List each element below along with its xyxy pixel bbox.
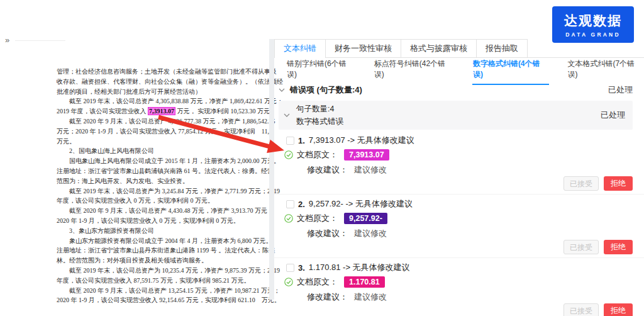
error-item: 1. 7,3913.07 -> 无具体修改建议 文档原文： 7,3913.07 … xyxy=(274,131,644,195)
error-section-title: 错误项 (句子数量:4) xyxy=(290,84,362,96)
original-text-label: 文档原文： xyxy=(297,276,338,288)
divider xyxy=(15,40,65,41)
document-text: 2019 年度，该公司实现营业收入 xyxy=(57,108,148,115)
document-line: 2、国电象山海上风电有限公司 xyxy=(57,146,265,156)
processed-status: 已处理 xyxy=(601,110,625,121)
item-checkbox[interactable] xyxy=(286,200,294,208)
suggestion-label: 修改建议： xyxy=(307,164,348,174)
subtab-number-format-errors[interactable]: 数字格式纠错(4个错误) xyxy=(472,54,550,85)
item-title-text: 1.170.81 -> 无具体修改建议 xyxy=(309,262,410,273)
item-index: 1. xyxy=(298,136,305,145)
document-line: 管理；社会经济信息咨询服务；土地开发（未经金融等监管部门批准不得从事吸 xyxy=(57,67,265,77)
document-line: 象山东方能源投资有限公司成立于 2004 年 4 月，注册资本为 6,800 万… xyxy=(57,236,265,246)
document-line-highlighted: 2019 年度，该公司实现营业收入 7,3913.07 万元， 实现净利润 10… xyxy=(57,106,265,116)
panel-divider[interactable] xyxy=(269,39,274,300)
suggestion-value: 建议修改 xyxy=(354,291,387,302)
document-line: 2020 年 1-9 月，该公司实现营业收入 92,154.65 万元，实现净利… xyxy=(57,295,265,305)
document-page: 管理；社会经济信息咨询服务；土地开发（未经金融等监管部门批准不得从事吸 收存款、… xyxy=(57,67,265,305)
review-panel: 达观数据 DATA GRAND 文本纠错 财务一致性审核 格式与披露审核 报告抽… xyxy=(274,0,644,316)
item-index: 3. xyxy=(298,263,305,273)
item-checkbox[interactable] xyxy=(286,264,294,272)
subtab-punctuation-errors[interactable]: 标点符号纠错(42个错误) xyxy=(374,54,455,85)
document-line: 注册地址：浙江省宁波市象山县丹东街道象山港路 1199 号 。法定代表人：陈佳 xyxy=(57,245,265,256)
error-list-panel: 错误项 (句子数量:4) 已处理 句子数量:4 数字格式错误 已处理 1. 7, xyxy=(274,82,644,316)
error-item: 2. 9,257.92- -> 无具体修改建议 文档原文： 9,257.92- … xyxy=(274,195,644,258)
logo-title: 达观数据 xyxy=(564,12,622,30)
group-sentence-count: 句子数量:4 xyxy=(296,104,343,115)
accepted-button[interactable]: 已接受 xyxy=(564,240,599,254)
error-items-list: 1. 7,3913.07 -> 无具体修改建议 文档原文： 7,3913.07 … xyxy=(274,131,644,316)
document-line: 收存款、融资担保、代客理财、向社会公众集（融）资等金融业务）。（依法须经 xyxy=(57,77,265,87)
error-item: 3. 1.170.81 -> 无具体修改建议 文档原文： 1.170.81 修改… xyxy=(274,258,644,316)
suggestion-value: 建议修改 xyxy=(354,164,387,174)
original-text-tag: 7,3913.07 xyxy=(344,149,389,161)
logo-subtitle: DATA GRAND xyxy=(565,31,621,38)
reject-button[interactable]: 拒绝 xyxy=(604,176,633,191)
chevron-down-icon[interactable] xyxy=(284,113,290,117)
accepted-button[interactable]: 已接受 xyxy=(564,303,599,316)
error-group-header[interactable]: 句子数量:4 数字格式错误 已处理 xyxy=(279,101,633,130)
item-title-text: 7,3913.07 -> 无具体修改建议 xyxy=(309,135,414,146)
original-text-label: 文档原文： xyxy=(297,149,338,161)
reject-button[interactable]: 拒绝 xyxy=(604,240,633,254)
document-text: 万元， 实现净利润 10,523.30 万元。 xyxy=(175,108,276,115)
app-window: » 管理；社会经济信息咨询服务；土地开发（未经金融等监管部门批准不得从事吸 收存… xyxy=(0,0,644,316)
document-line: 林。经营范围为：对外项目投资及相关领域咨询服务。 xyxy=(57,256,265,266)
document-line: 截至 2020 年 9 月末，该公司总资产 13,254.15 万元，净资产 1… xyxy=(57,286,265,296)
suggestion-label: 修改建议： xyxy=(307,228,348,238)
document-line: 截至 2019 年末，该公司总资产为 3,245.84 万元，净资产 2,771… xyxy=(57,186,265,196)
suggestion-value: 建议修改 xyxy=(354,228,387,238)
document-line: 注册地址：浙江省宁波市象山县鹤浦镇兴南路 61 号。法定代表人：徐勇。经营 xyxy=(57,166,265,176)
document-line: 国电象山海上风电有限公司成立于 2015 年 1 月，注册资本为 2,000.0… xyxy=(57,156,265,166)
processed-check-icon[interactable] xyxy=(284,278,293,286)
document-line: 截至 2020 年 9 月末，该公司总资产 4,430.48 万元，净资产 3,… xyxy=(57,206,265,216)
original-text-tag: 9,257.92- xyxy=(344,213,387,224)
sub-tab-bar: 错别字纠错(6个错误) 标点符号纠错(42个错误) 数字格式纠错(4个错误) 文… xyxy=(274,58,644,81)
item-checkbox[interactable] xyxy=(286,137,294,145)
original-text-tag: 1.170.81 xyxy=(344,276,385,288)
error-section-header: 错误项 (句子数量:4) 已处理 xyxy=(274,83,644,97)
processed-status: 已处理 xyxy=(608,84,633,96)
document-line: 年度，该公司实现营业收入 87,591.75 万元，实现净利润 985.21 万… xyxy=(57,276,265,286)
chevron-down-icon[interactable] xyxy=(279,88,285,92)
item-title-text: 9,257.92- -> 无具体修改建议 xyxy=(309,198,413,210)
datagrand-logo: 达观数据 DATA GRAND xyxy=(552,6,634,43)
document-line: 截至 2020 年 9 月末，该公司总资产 4,326,777.38 万元，净资… xyxy=(57,116,265,127)
document-line: 万元。 xyxy=(57,137,265,147)
subtab-typo-errors[interactable]: 错别字纠错(6个错误) xyxy=(286,54,356,85)
document-line: 截至 2019 年末，该公司总资产 4,305,838.88 万元，净资产 1,… xyxy=(57,96,265,106)
reject-button[interactable]: 拒绝 xyxy=(604,303,633,316)
subtab-text-format-errors[interactable]: 文本格式纠错(7个错误) xyxy=(567,54,644,85)
document-line: 3、象山东方能源投资有限公司 xyxy=(57,226,265,236)
document-line: 年度，该公司实现营业收入 0 万元，实现净利润 0 万元。 xyxy=(57,196,265,206)
document-line: 2020 年 1-9 月，该公司实现营业收入 0 万元，实现净利润 0 万元。 xyxy=(57,216,265,226)
collapse-panel-icon[interactable]: » xyxy=(5,35,9,45)
original-text-label: 文档原文： xyxy=(297,213,338,224)
document-error-highlight[interactable]: 7,3913.07 xyxy=(148,107,175,115)
document-line: 截至 2019 年末，该公司总资产为 10,235.4 万元，净资产 9,875… xyxy=(57,266,265,276)
document-line: 范围为：海上风电开发、风力发电、实业投资。 xyxy=(57,176,265,186)
group-error-type: 数字格式错误 xyxy=(296,116,343,127)
accepted-button[interactable]: 已接受 xyxy=(564,176,599,191)
document-line: 批准的项目，经相关部门批准后方可开展经营活动） xyxy=(57,87,265,97)
processed-check-icon[interactable] xyxy=(284,150,293,159)
item-index: 2. xyxy=(298,200,305,209)
suggestion-label: 修改建议： xyxy=(307,291,348,302)
document-line: 万元；2020 年 1-9 月，该公司实现营业收入 77,854.12 万元，实… xyxy=(57,127,265,137)
processed-check-icon[interactable] xyxy=(284,214,293,223)
